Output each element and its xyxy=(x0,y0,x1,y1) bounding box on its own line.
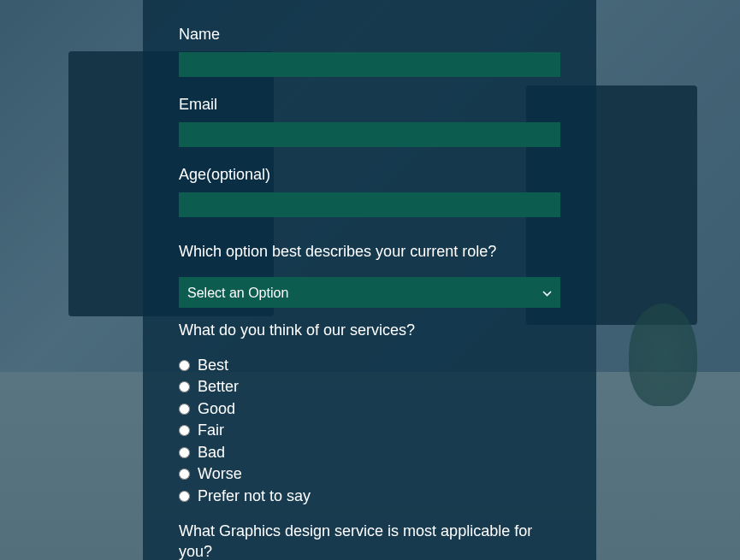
radio-label-bad[interactable]: Bad xyxy=(198,444,225,462)
radio-row-fair: Fair xyxy=(179,421,560,439)
radio-label-best[interactable]: Best xyxy=(198,357,228,374)
radio-bad[interactable] xyxy=(179,447,190,458)
role-select[interactable]: Select an Option xyxy=(179,277,560,308)
email-field-block: Email xyxy=(179,96,560,166)
services-radio-group: Best Better Good Fair Bad Worse Prefer n… xyxy=(179,357,560,505)
role-select-wrap: Select an Option xyxy=(179,277,560,308)
radio-row-best: Best xyxy=(179,357,560,374)
age-input[interactable] xyxy=(179,192,560,217)
radio-fair[interactable] xyxy=(179,425,190,436)
radio-row-bad: Bad xyxy=(179,444,560,462)
radio-label-prefer-not[interactable]: Prefer not to say xyxy=(198,487,311,505)
radio-label-good[interactable]: Good xyxy=(198,400,235,418)
radio-row-worse: Worse xyxy=(179,465,560,483)
radio-label-worse[interactable]: Worse xyxy=(198,465,242,483)
email-input[interactable] xyxy=(179,122,560,147)
radio-good[interactable] xyxy=(179,404,190,415)
name-input[interactable] xyxy=(179,52,560,77)
radio-row-prefer-not: Prefer not to say xyxy=(179,487,560,505)
radio-best[interactable] xyxy=(179,360,190,371)
radio-label-fair[interactable]: Fair xyxy=(198,421,224,439)
age-field-block: Age(optional) xyxy=(179,166,560,236)
name-label: Name xyxy=(179,26,560,44)
role-question-label: Which option best describes your current… xyxy=(179,241,560,262)
graphics-question-label: What Graphics design service is most app… xyxy=(179,521,560,560)
survey-form-panel: Name Email Age(optional) Which option be… xyxy=(143,0,596,560)
radio-label-better[interactable]: Better xyxy=(198,378,239,396)
services-question-label: What do you think of our services? xyxy=(179,320,560,340)
radio-better[interactable] xyxy=(179,381,190,392)
radio-row-better: Better xyxy=(179,378,560,396)
radio-worse[interactable] xyxy=(179,469,190,480)
radio-row-good: Good xyxy=(179,400,560,418)
radio-prefer-not[interactable] xyxy=(179,491,190,502)
age-label: Age(optional) xyxy=(179,166,560,184)
email-label: Email xyxy=(179,96,560,114)
name-field-block: Name xyxy=(179,26,560,96)
